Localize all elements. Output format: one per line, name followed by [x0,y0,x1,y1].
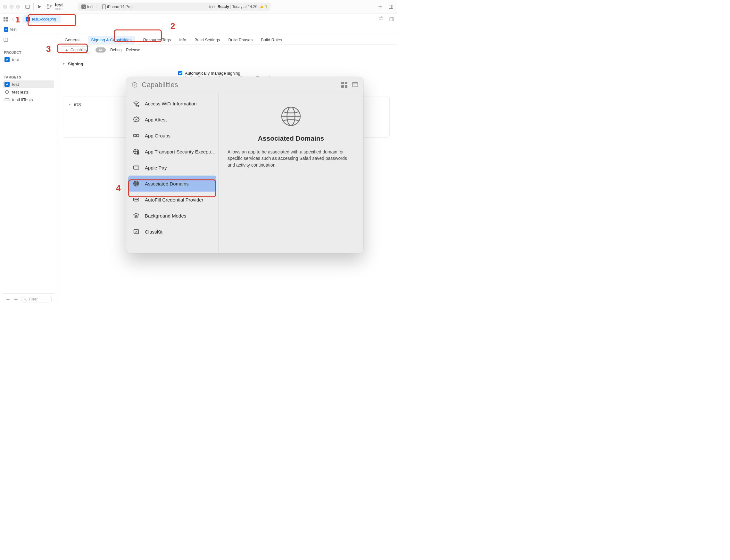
capability-item[interactable]: App Groups [128,128,216,144]
phone-icon [102,4,106,9]
capability-detail: Associated Domains Allows an app to be a… [219,93,363,253]
sidebar-target-app[interactable]: A test [3,80,54,88]
breadcrumb-project: test [10,27,16,32]
activity-viewer[interactable]: A test 〉 iPhone 14 Pro test: Ready | Tod… [78,3,270,11]
capability-item[interactable]: Background Modes [128,208,216,224]
auto-manage-checkbox[interactable] [178,71,182,75]
detail-title: Associated Domains [258,135,324,142]
tab-resource-tags[interactable]: Resource Tags [143,37,171,45]
svg-rect-44 [134,230,139,234]
svg-line-16 [26,300,27,301]
capability-button-label: Capability [71,48,87,52]
config-tabs: General Signing & Capabilities Resource … [57,34,397,45]
right-panel-toggle-icon[interactable] [388,4,394,10]
svg-rect-21 [353,82,358,86]
capability-item[interactable]: Associated Domains [128,176,216,192]
branch-icon [46,4,52,10]
tab-info[interactable]: Info [179,37,186,45]
activity-status: test: Ready | Today at 14:20 [209,4,257,9]
grid-view-icon[interactable] [341,82,347,88]
add-capability-button[interactable]: ＋ Capability [61,46,91,54]
capability-item-label: AutoFill Credential Provider [145,197,203,202]
list-filter-icon[interactable] [131,82,138,88]
svg-rect-11 [4,38,8,42]
capability-item-label: App Transport Security Excepti… [145,149,216,154]
svg-text:i: i [138,105,138,107]
sidebar-target-tests[interactable]: testTests [3,88,54,96]
filter-placeholder: Filter [29,297,38,301]
capability-item[interactable]: Apple Pay [128,160,216,176]
chevron-right-icon [16,17,21,21]
related-items-icon[interactable] [3,16,9,22]
section-signing-header[interactable]: ▸ Signing [63,62,392,66]
capability-item-label: Background Modes [145,213,186,218]
svg-rect-35 [134,166,139,169]
svg-point-3 [47,4,48,5]
tab-build-settings[interactable]: Build Settings [195,37,220,45]
svg-point-41 [135,199,135,200]
tab-signing-capabilities[interactable]: Signing & Capabilities [88,36,135,44]
run-button[interactable] [36,4,43,10]
capability-item[interactable]: App Attest [128,111,216,128]
capabilities-popover: Capabilities iAccess WiFi InformationApp… [126,77,363,253]
capability-item-icon [133,212,140,219]
project-icon: A [4,57,10,62]
capability-item[interactable]: ClassKit [128,224,216,240]
remove-target-button[interactable]: − [14,298,18,301]
capability-item-label: App Attest [145,117,167,122]
filter-release[interactable]: Release [126,48,140,52]
capability-item-icon [133,132,140,139]
capability-item[interactable]: iAccess WiFi Information [128,95,216,111]
open-file-name: test.xcodeproj [32,17,56,21]
filter-all[interactable]: All [95,47,106,53]
svg-rect-14 [5,98,9,101]
capability-item[interactable]: App Transport Security Excepti… [128,144,216,160]
sidebar-project-item[interactable]: A test [3,56,54,63]
svg-rect-0 [26,5,29,8]
window-traffic-lights[interactable] [3,5,20,9]
sidebar-toggle-icon[interactable] [3,37,9,43]
open-file-tab[interactable]: A test.xcodeproj [22,15,61,23]
capability-item-icon [133,228,140,235]
scheme-name: test [55,3,63,7]
capability-item-icon: i [133,100,140,107]
ui-test-icon [4,97,10,102]
capability-item-icon [133,196,140,203]
add-target-button[interactable]: ＋ [5,295,11,303]
sidebar-header-project: PROJECT [4,51,54,54]
disclosure-triangle-icon: ▸ [68,104,72,106]
auto-manage-row[interactable]: Automatically manage signing [178,71,392,76]
tab-build-rules[interactable]: Build Rules [261,37,282,45]
capability-item-icon [133,164,140,171]
divider [0,67,57,67]
editor-tabbar: A test.xcodeproj [0,13,397,25]
sidebar-target-uitests[interactable]: testUITests [3,96,54,103]
capabilities-list[interactable]: iAccess WiFi InformationApp AttestApp Gr… [126,93,219,253]
tab-general[interactable]: General [65,37,79,45]
scheme-branch: main [55,7,63,11]
sidebar-filter-field[interactable]: Filter [21,296,52,302]
add-button[interactable]: ＋ [377,2,383,11]
editor-layout-icon[interactable] [388,16,395,22]
sidebar-item-label: testTests [12,90,29,95]
toolbar: test main A test 〉 iPhone 14 Pro test: R… [0,0,397,13]
filter-debug[interactable]: Debug [110,48,121,52]
breadcrumb[interactable]: A test [0,25,397,34]
svg-point-42 [136,199,137,200]
capability-item[interactable]: AutoFill Credential Provider [128,192,216,208]
svg-point-15 [24,298,26,300]
scheme-selector[interactable]: test main [46,3,63,11]
split-view-icon[interactable] [352,82,358,87]
nav-arrows[interactable] [11,17,21,21]
swap-arrows-icon[interactable] [378,16,384,21]
svg-point-23 [136,105,137,106]
warning-indicator[interactable]: 1 [260,4,267,9]
capability-item-label: Access WiFi Information [145,101,197,106]
left-panel-toggle-icon[interactable] [24,4,31,10]
filter-icon [23,297,27,301]
capability-item-icon [133,180,140,187]
svg-point-34 [138,154,138,154]
tab-build-phases[interactable]: Build Phases [228,37,253,45]
divider [33,3,34,10]
sidebar-header-targets: TARGETS [4,75,54,79]
